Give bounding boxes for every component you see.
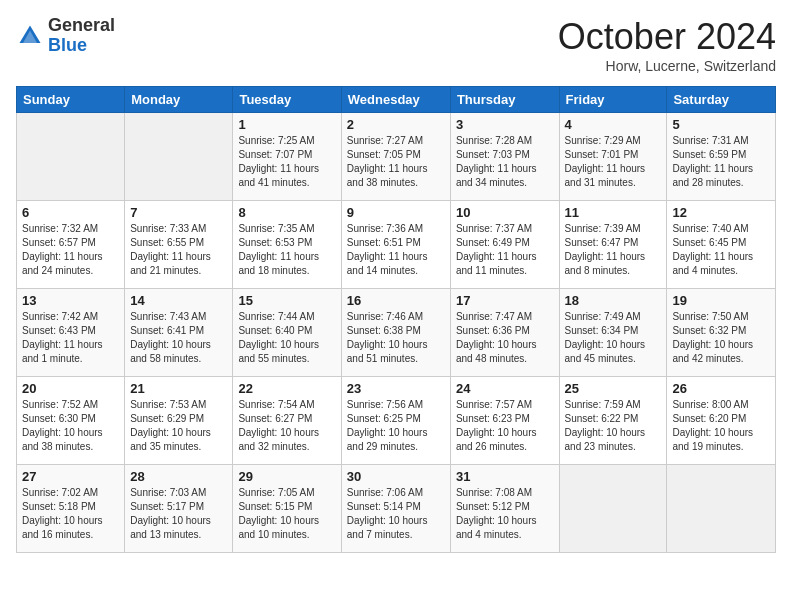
day-number: 9	[347, 205, 445, 220]
day-number: 26	[672, 381, 770, 396]
day-number: 2	[347, 117, 445, 132]
calendar-cell: 11Sunrise: 7:39 AMSunset: 6:47 PMDayligh…	[559, 201, 667, 289]
day-number: 27	[22, 469, 119, 484]
calendar-cell: 12Sunrise: 7:40 AMSunset: 6:45 PMDayligh…	[667, 201, 776, 289]
day-number: 24	[456, 381, 554, 396]
day-number: 20	[22, 381, 119, 396]
day-number: 25	[565, 381, 662, 396]
day-number: 21	[130, 381, 227, 396]
day-number: 1	[238, 117, 335, 132]
day-info: Sunrise: 7:53 AMSunset: 6:29 PMDaylight:…	[130, 398, 227, 454]
weekday-header: Thursday	[450, 87, 559, 113]
calendar-cell: 26Sunrise: 8:00 AMSunset: 6:20 PMDayligh…	[667, 377, 776, 465]
calendar-table: SundayMondayTuesdayWednesdayThursdayFrid…	[16, 86, 776, 553]
day-number: 12	[672, 205, 770, 220]
day-number: 5	[672, 117, 770, 132]
calendar-cell	[17, 113, 125, 201]
day-number: 29	[238, 469, 335, 484]
calendar-cell	[559, 465, 667, 553]
day-number: 15	[238, 293, 335, 308]
day-info: Sunrise: 7:35 AMSunset: 6:53 PMDaylight:…	[238, 222, 335, 278]
day-info: Sunrise: 7:49 AMSunset: 6:34 PMDaylight:…	[565, 310, 662, 366]
day-info: Sunrise: 7:43 AMSunset: 6:41 PMDaylight:…	[130, 310, 227, 366]
logo-icon	[16, 22, 44, 50]
day-info: Sunrise: 8:00 AMSunset: 6:20 PMDaylight:…	[672, 398, 770, 454]
calendar-week-row: 20Sunrise: 7:52 AMSunset: 6:30 PMDayligh…	[17, 377, 776, 465]
day-number: 22	[238, 381, 335, 396]
day-info: Sunrise: 7:27 AMSunset: 7:05 PMDaylight:…	[347, 134, 445, 190]
calendar-cell: 29Sunrise: 7:05 AMSunset: 5:15 PMDayligh…	[233, 465, 341, 553]
calendar-week-row: 6Sunrise: 7:32 AMSunset: 6:57 PMDaylight…	[17, 201, 776, 289]
calendar-cell: 22Sunrise: 7:54 AMSunset: 6:27 PMDayligh…	[233, 377, 341, 465]
day-number: 16	[347, 293, 445, 308]
day-info: Sunrise: 7:36 AMSunset: 6:51 PMDaylight:…	[347, 222, 445, 278]
calendar-cell: 20Sunrise: 7:52 AMSunset: 6:30 PMDayligh…	[17, 377, 125, 465]
weekday-header: Friday	[559, 87, 667, 113]
day-info: Sunrise: 7:57 AMSunset: 6:23 PMDaylight:…	[456, 398, 554, 454]
day-number: 8	[238, 205, 335, 220]
weekday-header: Saturday	[667, 87, 776, 113]
day-number: 28	[130, 469, 227, 484]
calendar-cell: 18Sunrise: 7:49 AMSunset: 6:34 PMDayligh…	[559, 289, 667, 377]
day-info: Sunrise: 7:54 AMSunset: 6:27 PMDaylight:…	[238, 398, 335, 454]
day-info: Sunrise: 7:02 AMSunset: 5:18 PMDaylight:…	[22, 486, 119, 542]
page-header: General Blue October 2024 Horw, Lucerne,…	[16, 16, 776, 74]
day-info: Sunrise: 7:25 AMSunset: 7:07 PMDaylight:…	[238, 134, 335, 190]
calendar-week-row: 13Sunrise: 7:42 AMSunset: 6:43 PMDayligh…	[17, 289, 776, 377]
day-number: 4	[565, 117, 662, 132]
day-info: Sunrise: 7:28 AMSunset: 7:03 PMDaylight:…	[456, 134, 554, 190]
day-info: Sunrise: 7:59 AMSunset: 6:22 PMDaylight:…	[565, 398, 662, 454]
day-info: Sunrise: 7:46 AMSunset: 6:38 PMDaylight:…	[347, 310, 445, 366]
weekday-header: Sunday	[17, 87, 125, 113]
day-info: Sunrise: 7:44 AMSunset: 6:40 PMDaylight:…	[238, 310, 335, 366]
calendar-cell: 28Sunrise: 7:03 AMSunset: 5:17 PMDayligh…	[125, 465, 233, 553]
day-number: 17	[456, 293, 554, 308]
day-number: 7	[130, 205, 227, 220]
day-info: Sunrise: 7:29 AMSunset: 7:01 PMDaylight:…	[565, 134, 662, 190]
calendar-cell: 13Sunrise: 7:42 AMSunset: 6:43 PMDayligh…	[17, 289, 125, 377]
day-info: Sunrise: 7:56 AMSunset: 6:25 PMDaylight:…	[347, 398, 445, 454]
month-title: October 2024	[558, 16, 776, 58]
weekday-header-row: SundayMondayTuesdayWednesdayThursdayFrid…	[17, 87, 776, 113]
calendar-cell: 5Sunrise: 7:31 AMSunset: 6:59 PMDaylight…	[667, 113, 776, 201]
day-number: 30	[347, 469, 445, 484]
day-number: 14	[130, 293, 227, 308]
day-number: 13	[22, 293, 119, 308]
weekday-header: Tuesday	[233, 87, 341, 113]
day-info: Sunrise: 7:08 AMSunset: 5:12 PMDaylight:…	[456, 486, 554, 542]
day-info: Sunrise: 7:47 AMSunset: 6:36 PMDaylight:…	[456, 310, 554, 366]
calendar-cell: 10Sunrise: 7:37 AMSunset: 6:49 PMDayligh…	[450, 201, 559, 289]
day-info: Sunrise: 7:52 AMSunset: 6:30 PMDaylight:…	[22, 398, 119, 454]
day-number: 10	[456, 205, 554, 220]
day-info: Sunrise: 7:31 AMSunset: 6:59 PMDaylight:…	[672, 134, 770, 190]
calendar-cell: 8Sunrise: 7:35 AMSunset: 6:53 PMDaylight…	[233, 201, 341, 289]
calendar-cell: 30Sunrise: 7:06 AMSunset: 5:14 PMDayligh…	[341, 465, 450, 553]
calendar-cell	[667, 465, 776, 553]
calendar-cell	[125, 113, 233, 201]
day-info: Sunrise: 7:32 AMSunset: 6:57 PMDaylight:…	[22, 222, 119, 278]
weekday-header: Monday	[125, 87, 233, 113]
calendar-cell: 4Sunrise: 7:29 AMSunset: 7:01 PMDaylight…	[559, 113, 667, 201]
calendar-cell: 15Sunrise: 7:44 AMSunset: 6:40 PMDayligh…	[233, 289, 341, 377]
logo: General Blue	[16, 16, 115, 56]
calendar-cell: 16Sunrise: 7:46 AMSunset: 6:38 PMDayligh…	[341, 289, 450, 377]
calendar-cell: 7Sunrise: 7:33 AMSunset: 6:55 PMDaylight…	[125, 201, 233, 289]
calendar-cell: 31Sunrise: 7:08 AMSunset: 5:12 PMDayligh…	[450, 465, 559, 553]
day-info: Sunrise: 7:50 AMSunset: 6:32 PMDaylight:…	[672, 310, 770, 366]
day-info: Sunrise: 7:05 AMSunset: 5:15 PMDaylight:…	[238, 486, 335, 542]
calendar-week-row: 1Sunrise: 7:25 AMSunset: 7:07 PMDaylight…	[17, 113, 776, 201]
calendar-cell: 6Sunrise: 7:32 AMSunset: 6:57 PMDaylight…	[17, 201, 125, 289]
calendar-cell: 9Sunrise: 7:36 AMSunset: 6:51 PMDaylight…	[341, 201, 450, 289]
day-number: 18	[565, 293, 662, 308]
day-info: Sunrise: 7:37 AMSunset: 6:49 PMDaylight:…	[456, 222, 554, 278]
calendar-cell: 1Sunrise: 7:25 AMSunset: 7:07 PMDaylight…	[233, 113, 341, 201]
weekday-header: Wednesday	[341, 87, 450, 113]
calendar-cell: 23Sunrise: 7:56 AMSunset: 6:25 PMDayligh…	[341, 377, 450, 465]
calendar-cell: 19Sunrise: 7:50 AMSunset: 6:32 PMDayligh…	[667, 289, 776, 377]
day-number: 11	[565, 205, 662, 220]
calendar-cell: 21Sunrise: 7:53 AMSunset: 6:29 PMDayligh…	[125, 377, 233, 465]
day-info: Sunrise: 7:33 AMSunset: 6:55 PMDaylight:…	[130, 222, 227, 278]
day-number: 3	[456, 117, 554, 132]
calendar-week-row: 27Sunrise: 7:02 AMSunset: 5:18 PMDayligh…	[17, 465, 776, 553]
calendar-cell: 2Sunrise: 7:27 AMSunset: 7:05 PMDaylight…	[341, 113, 450, 201]
